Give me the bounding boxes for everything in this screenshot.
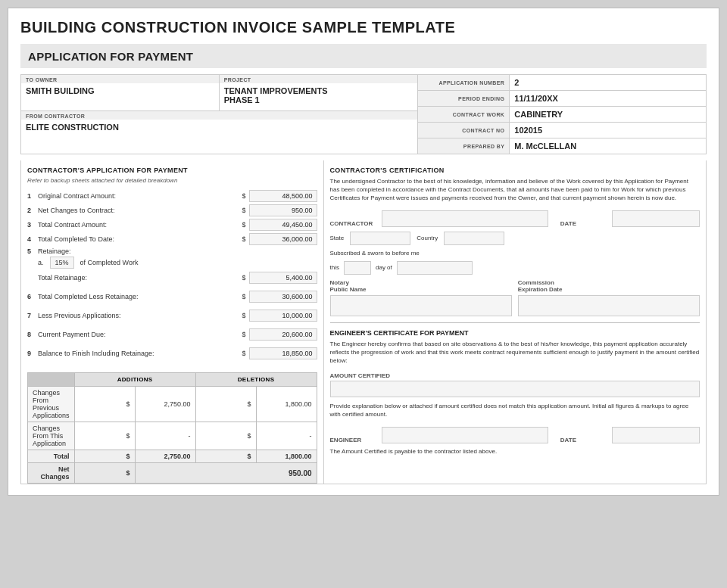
line-desc-3: Total Contract Amount: <box>38 221 236 229</box>
extra-work-col-additions: ADDITIONS <box>74 373 195 387</box>
project-label: PROJECT <box>220 75 418 83</box>
commission-block: CommissionExpiration Date <box>518 279 700 316</box>
certification-title: CONTRACTOR'S CERTIFICATION <box>330 166 700 174</box>
app-header: APPLICATION FOR PAYMENT <box>20 44 707 68</box>
this-label: this <box>330 264 339 271</box>
retainage-pct-row: a. 15% of Completed Work <box>38 257 317 269</box>
retainage-pct-desc: of Completed Work <box>80 259 139 266</box>
commission-box[interactable] <box>518 295 700 316</box>
line-num-7: 7 <box>27 312 38 319</box>
extra-row1-add-amount: 2,750.00 <box>135 387 195 422</box>
notary-label: NotaryPublic Name <box>330 279 512 293</box>
line-desc-8: Current Payment Due: <box>38 331 236 338</box>
line-dollar-1: $ <box>236 192 246 200</box>
extra-work-row-1: Changes From Previous Applications $ 2,7… <box>28 387 317 422</box>
notary-box[interactable] <box>330 295 512 316</box>
amount-certified-box[interactable] <box>330 381 700 397</box>
this-box[interactable] <box>344 261 371 275</box>
state-country-row: State Country <box>330 232 700 245</box>
retainage-a-label: a. <box>38 259 44 266</box>
extra-row2-add-dollar: $ <box>74 422 135 450</box>
contractor-section-subtitle: Refer to backup sheets attached for deta… <box>27 177 317 184</box>
from-contractor-block: FROM CONTRACTOR ELITE CONSTRUCTION <box>21 111 417 147</box>
total-retainage-amount: 5,400.00 <box>249 272 317 284</box>
subscribed-label: Subscribed & sworn to before me <box>330 250 420 257</box>
engineer-note: Provide explanation below or attached if… <box>330 402 700 418</box>
total-retainage-label: Total Retainage: <box>38 274 236 282</box>
notary-commission-row: NotaryPublic Name CommissionExpiration D… <box>330 279 700 316</box>
extra-total-del-amount: 1,800.00 <box>256 450 317 463</box>
extra-net-label: Net Changes <box>28 463 75 484</box>
right-fields: APPLICATION NUMBER 2 PERIOD ENDING 11/11… <box>418 75 706 154</box>
extra-work-total-row: Total $ 2,750.00 $ 1,800.00 <box>28 450 317 463</box>
line-desc-4: Total Completed To Date: <box>38 235 236 243</box>
extra-row1-del-amount: 1,800.00 <box>256 387 317 422</box>
extra-work-net-row: Net Changes $ 950.00 <box>28 463 317 484</box>
extra-net-amount: 950.00 <box>135 463 317 484</box>
line-dollar-8: $ <box>236 331 246 338</box>
line-dollar-9: $ <box>236 350 246 357</box>
extra-total-del-dollar: $ <box>195 450 256 463</box>
owner-column: TO OWNER SMITH BUILDING <box>21 75 220 110</box>
date-box-2[interactable] <box>612 427 700 443</box>
line-dollar-4: $ <box>236 235 246 243</box>
from-contractor-value: ELITE CONSTRUCTION <box>21 120 417 147</box>
extra-work-col-deletions: DELETIONS <box>195 373 317 387</box>
application-number-label: APPLICATION NUMBER <box>418 75 509 90</box>
subscribed-row: Subscribed & sworn to before me <box>330 250 700 257</box>
date-box-1[interactable] <box>612 210 700 227</box>
contract-work-value: CABINETRY <box>509 107 706 122</box>
country-box[interactable] <box>444 232 504 245</box>
engineer-box[interactable] <box>382 427 548 443</box>
extra-row1-add-dollar: $ <box>74 387 135 422</box>
sworn-day-row: this day of <box>330 261 700 275</box>
extra-row2-label: Changes From This Application <box>28 422 75 450</box>
to-owner-value: SMITH BUILDING <box>21 83 219 110</box>
day-of-box[interactable] <box>397 261 473 275</box>
contract-no-value: 102015 <box>509 123 706 138</box>
line-num-8: 8 <box>27 331 38 338</box>
total-retainage-row: Total Retainage: $ 5,400.00 <box>38 272 317 284</box>
left-body: CONTRACTOR'S APPLICATION FOR PAYMENT Ref… <box>21 160 324 484</box>
contractor-box[interactable] <box>382 210 548 227</box>
line-desc-1: Original Contract Amount: <box>38 192 236 200</box>
day-of-label: day of <box>376 264 392 271</box>
engineer-label: ENGINEER <box>330 437 376 443</box>
from-contractor-row: FROM CONTRACTOR ELITE CONSTRUCTION <box>21 111 417 147</box>
retainage-num: 5 <box>27 247 38 255</box>
page-container: BUILDING CONSTRUCTION INVOICE SAMPLE TEM… <box>8 8 719 496</box>
project-value: TENANT IMPROVEMENTSPHASE 1 <box>220 83 418 110</box>
commission-label: CommissionExpiration Date <box>518 279 700 293</box>
engineer-cert-title: ENGINEER'S CERTIFICATE FOR PAYMENT <box>330 329 700 337</box>
from-contractor-label: FROM CONTRACTOR <box>21 111 417 120</box>
extra-total-label: Total <box>28 450 75 463</box>
contractor-date-row: CONTRACTOR DATE <box>330 210 700 227</box>
divider <box>330 322 700 323</box>
extra-total-add-amount: 2,750.00 <box>135 450 195 463</box>
retainage-block: a. 15% of Completed Work Total Retainage… <box>38 257 317 284</box>
line-desc-9: Balance to Finish Including Retainage: <box>38 350 236 357</box>
line-item-4: 4 Total Completed To Date: $ 36,000.00 <box>27 233 317 245</box>
state-box[interactable] <box>350 232 410 245</box>
extra-total-add-dollar: $ <box>74 450 135 463</box>
line-amount-3: 49,450.00 <box>249 219 317 231</box>
extra-work-row-2: Changes From This Application $ - $ - <box>28 422 317 450</box>
amount-certified-label: AMOUNT CERTIFIED <box>330 372 700 379</box>
extra-row2-del-amount: - <box>256 422 317 450</box>
line-amount-9: 18,850.00 <box>249 347 317 359</box>
line-num-6: 6 <box>27 293 38 300</box>
retainage-label: Retainage: <box>38 247 317 255</box>
line-num-1: 1 <box>27 192 38 200</box>
contract-work-row: CONTRACT WORK CABINETRY <box>418 107 706 123</box>
period-ending-row: PERIOD ENDING 11/11/20XX <box>418 91 706 107</box>
extra-row2-del-dollar: $ <box>195 422 256 450</box>
line-item-9: 9 Balance to Finish Including Retainage:… <box>27 347 317 359</box>
right-body: CONTRACTOR'S CERTIFICATION The undersign… <box>324 160 706 484</box>
line-dollar-3: $ <box>236 221 246 229</box>
line-dollar-2: $ <box>236 207 246 214</box>
extra-work-table: ADDITIONS DELETIONS Changes From Previou… <box>27 372 317 484</box>
extra-row1-del-dollar: $ <box>195 387 256 422</box>
state-label: State <box>330 235 345 241</box>
period-ending-label: PERIOD ENDING <box>418 91 509 106</box>
line-num-3: 3 <box>27 221 38 229</box>
